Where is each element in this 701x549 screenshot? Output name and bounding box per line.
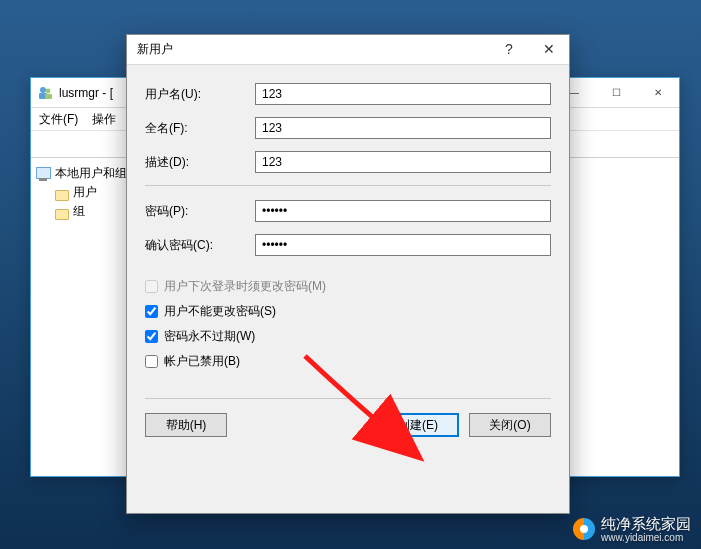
label-fullname: 全名(F):: [145, 120, 255, 137]
cb-must-change: [145, 280, 158, 293]
label-password: 密码(P):: [145, 203, 255, 220]
username-input[interactable]: [255, 83, 551, 105]
password-input[interactable]: [255, 200, 551, 222]
cb-never-expire-row[interactable]: 密码永不过期(W): [145, 328, 551, 345]
cb-disabled-label: 帐户已禁用(B): [164, 353, 240, 370]
tree-root[interactable]: 本地用户和组: [35, 164, 136, 183]
new-user-dialog: 新用户 ? ✕ 用户名(U): 全名(F): 描述(D): 密码(P): 确认密…: [126, 34, 570, 514]
lusrmgr-app-icon: [37, 85, 53, 101]
cb-never-expire[interactable]: [145, 330, 158, 343]
help-button-label: 帮助(H): [166, 417, 207, 434]
svg-point-2: [46, 88, 51, 93]
lusrmgr-title: lusrmgr - [: [59, 86, 113, 100]
watermark-text: 纯净系统家园: [601, 515, 691, 532]
help-button[interactable]: 帮助(H): [145, 413, 227, 437]
tree-users-label: 用户: [73, 184, 97, 201]
create-button-label: 创建(E): [398, 417, 438, 434]
cb-cannot-change-row[interactable]: 用户不能更改密码(S): [145, 303, 551, 320]
dialog-titlebar: 新用户 ? ✕: [127, 35, 569, 65]
dialog-title: 新用户: [137, 41, 173, 58]
watermark: 纯净系统家园 www.yidaimei.com: [573, 515, 691, 543]
folder-icon: [53, 204, 69, 220]
close-button-label: 关闭(O): [489, 417, 530, 434]
tree-groups[interactable]: 组: [53, 202, 136, 221]
menu-file[interactable]: 文件(F): [39, 111, 78, 128]
dialog-button-bar: 帮助(H) 创建(E) 关闭(O): [145, 398, 551, 437]
cb-cannot-change-label: 用户不能更改密码(S): [164, 303, 276, 320]
folder-icon: [53, 185, 69, 201]
cb-disabled-row[interactable]: 帐户已禁用(B): [145, 353, 551, 370]
cb-disabled[interactable]: [145, 355, 158, 368]
watermark-url: www.yidaimei.com: [601, 532, 691, 543]
dialog-close-button[interactable]: ✕: [529, 35, 569, 63]
label-username: 用户名(U):: [145, 86, 255, 103]
dialog-help-button[interactable]: ?: [489, 35, 529, 63]
svg-point-0: [40, 87, 46, 93]
menu-action[interactable]: 操作: [92, 111, 116, 128]
svg-rect-3: [45, 94, 52, 99]
tree-root-label: 本地用户和组: [55, 165, 127, 182]
cb-never-expire-label: 密码永不过期(W): [164, 328, 255, 345]
label-confirm: 确认密码(C):: [145, 237, 255, 254]
create-button[interactable]: 创建(E): [377, 413, 459, 437]
lusrmgr-tree: 本地用户和组 用户 组: [31, 158, 141, 476]
watermark-logo-icon: [573, 518, 595, 540]
description-input[interactable]: [255, 151, 551, 173]
cb-cannot-change[interactable]: [145, 305, 158, 318]
label-description: 描述(D):: [145, 154, 255, 171]
separator: [145, 185, 551, 186]
back-max-button[interactable]: ☐: [595, 78, 637, 106]
confirm-password-input[interactable]: [255, 234, 551, 256]
close-button[interactable]: 关闭(O): [469, 413, 551, 437]
tree-groups-label: 组: [73, 203, 85, 220]
cb-must-change-label: 用户下次登录时须更改密码(M): [164, 278, 326, 295]
fullname-input[interactable]: [255, 117, 551, 139]
cb-must-change-row: 用户下次登录时须更改密码(M): [145, 278, 551, 295]
computer-icon: [35, 166, 51, 182]
tree-users[interactable]: 用户: [53, 183, 136, 202]
back-close-button[interactable]: ✕: [637, 78, 679, 106]
